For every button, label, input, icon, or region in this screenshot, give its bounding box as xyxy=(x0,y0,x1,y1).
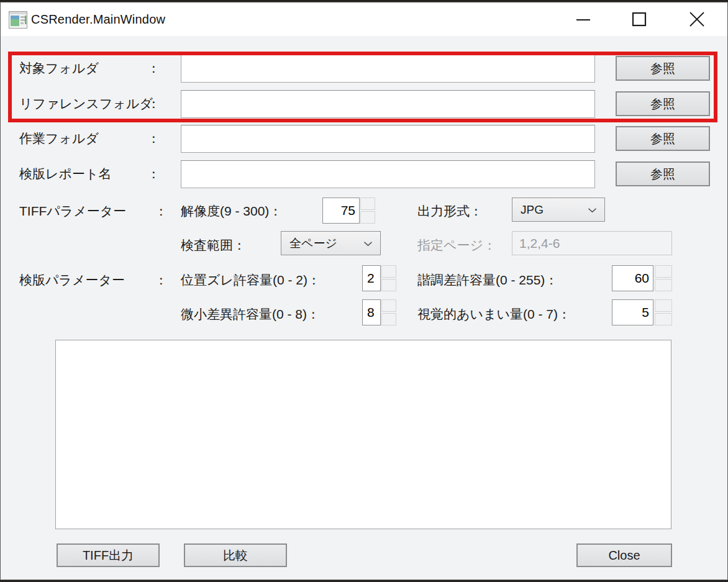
work-folder-input[interactable] xyxy=(181,125,595,153)
kenpan-params-label: 検版パラメーター xyxy=(19,271,125,289)
compare-button[interactable]: 比較 xyxy=(184,543,287,567)
background-bottom-edge xyxy=(0,580,728,582)
scan-range-select[interactable]: 全ページ xyxy=(281,231,381,255)
reference-folder-colon: ： xyxy=(147,95,160,112)
tiff-output-button[interactable]: TIFF出力 xyxy=(57,543,160,567)
kenpan-params-colon: ： xyxy=(155,271,168,289)
reference-folder-input[interactable] xyxy=(181,90,595,118)
close-button[interactable] xyxy=(667,2,727,36)
reference-folder-browse-button[interactable]: 参照 xyxy=(616,91,710,116)
scan-range-label: 検査範囲： xyxy=(181,237,246,254)
tone-tolerance-input[interactable] xyxy=(612,265,653,291)
minor-diff-spin-down-button[interactable] xyxy=(381,313,396,325)
resolution-input[interactable] xyxy=(322,198,360,224)
resolution-label: 解像度(9 - 300)： xyxy=(181,202,282,220)
target-folder-colon: ： xyxy=(147,60,160,77)
chevron-down-icon xyxy=(363,241,373,247)
position-tolerance-input[interactable] xyxy=(362,265,381,291)
visual-fuzz-spin-down-button[interactable] xyxy=(655,313,672,325)
resolution-spin-up-button[interactable] xyxy=(360,198,375,210)
log-output[interactable] xyxy=(55,340,671,529)
close-window-button[interactable]: Close xyxy=(576,543,672,567)
target-folder-input[interactable] xyxy=(181,55,595,83)
tiff-params-colon: ： xyxy=(155,202,168,220)
scan-range-value: 全ページ xyxy=(289,235,337,252)
work-folder-colon: ： xyxy=(147,130,160,147)
maximize-icon xyxy=(632,12,647,27)
output-format-value: JPG xyxy=(521,203,544,217)
tiff-params-label: TIFFパラメーター xyxy=(19,202,126,220)
work-folder-label: 作業フォルダ xyxy=(19,130,99,147)
visual-fuzz-spin-up-button[interactable] xyxy=(655,299,672,312)
minor-diff-tolerance-input[interactable] xyxy=(362,299,381,325)
page-spec-input[interactable] xyxy=(512,231,672,255)
minor-diff-spin-up-button[interactable] xyxy=(381,299,396,312)
maximize-button[interactable] xyxy=(611,2,667,36)
minimize-icon xyxy=(576,12,591,27)
report-name-label: 検版レポート名 xyxy=(19,165,111,183)
tone-tolerance-label: 諧調差許容量(0 - 255)： xyxy=(417,271,558,289)
close-icon xyxy=(689,11,705,27)
visual-fuzz-label: 視覚的あいまい量(0 - 7)： xyxy=(417,306,571,323)
output-format-label: 出力形式： xyxy=(417,202,483,220)
report-name-colon: ： xyxy=(147,165,160,183)
work-folder-browse-button[interactable]: 参照 xyxy=(616,126,710,151)
output-format-select[interactable]: JPG xyxy=(512,198,605,222)
reference-folder-label: リファレンスフォルダ xyxy=(19,95,153,112)
minimize-button[interactable] xyxy=(555,2,611,36)
tone-spin-down-button[interactable] xyxy=(655,279,672,291)
report-name-input[interactable] xyxy=(181,160,595,188)
screen: CSRender.MainWindow 対象フォルダ ： 参照 リファレンスフォ… xyxy=(0,0,728,582)
window-title: CSRender.MainWindow xyxy=(31,12,165,27)
tone-spin-up-button[interactable] xyxy=(655,265,672,278)
target-folder-browse-button[interactable]: 参照 xyxy=(616,56,710,81)
target-folder-label: 対象フォルダ xyxy=(19,60,99,77)
visual-fuzz-input[interactable] xyxy=(612,299,653,325)
position-spin-up-button[interactable] xyxy=(381,265,396,278)
resolution-spin-down-button[interactable] xyxy=(360,211,375,224)
chevron-down-icon xyxy=(588,207,597,213)
report-name-browse-button[interactable]: 参照 xyxy=(616,161,710,186)
page-spec-label: 指定ページ： xyxy=(417,237,496,254)
titlebar: CSRender.MainWindow xyxy=(1,2,727,36)
position-tolerance-label: 位置ズレ許容量(0 - 2)： xyxy=(181,271,321,289)
minor-diff-tolerance-label: 微小差異許容量(0 - 8)： xyxy=(181,306,320,323)
app-icon xyxy=(9,11,27,29)
position-spin-down-button[interactable] xyxy=(381,279,396,291)
app-window: CSRender.MainWindow 対象フォルダ ： 参照 リファレンスフォ… xyxy=(1,2,727,580)
